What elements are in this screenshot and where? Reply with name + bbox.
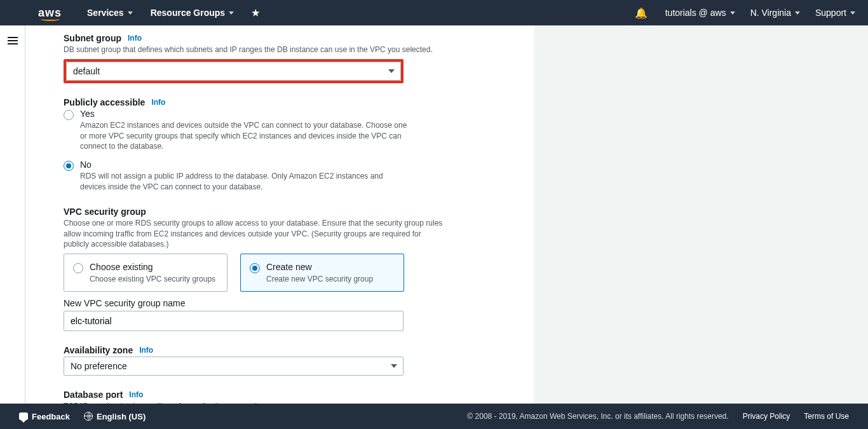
public-access-yes[interactable]: Yes Amazon EC2 instances and devices out… — [64, 109, 502, 152]
vpc-sg-existing-desc: Choose existing VPC security groups — [90, 275, 218, 283]
speech-bubble-icon — [19, 412, 28, 420]
subnet-group-value: default — [73, 66, 100, 76]
terms-of-use-link[interactable]: Terms of Use — [804, 412, 849, 421]
main-form-panel: Subnet group Info DB subnet group that d… — [25, 25, 534, 404]
field-subnet-group: Subnet group Info DB subnet group that d… — [64, 33, 502, 83]
public-access-label: Publicly accessible — [64, 97, 145, 107]
vpc-sg-new-name-input[interactable] — [64, 311, 403, 331]
vpc-sg-create-desc: Create new VPC security group — [266, 275, 395, 283]
copyright-text: © 2008 - 2019, Amazon Web Services, Inc.… — [467, 412, 728, 421]
vpc-sg-new-name-label: New VPC security group name — [64, 298, 185, 308]
port-info-link[interactable]: Info — [129, 390, 143, 399]
public-access-no-desc: RDS will not assign a public IP address … — [80, 171, 410, 193]
field-database-port: Database port Info TCP/IP port the datab… — [64, 390, 502, 404]
public-access-yes-label: Yes — [80, 109, 95, 119]
chevron-down-icon — [128, 11, 133, 15]
nav-support-label: Support — [815, 8, 846, 18]
radio-icon — [73, 263, 83, 273]
public-access-yes-desc: Amazon EC2 instances and devices outside… — [80, 120, 410, 152]
aws-swoosh-icon — [41, 17, 60, 21]
language-selector[interactable]: English (US) — [84, 412, 146, 421]
chevron-down-icon — [391, 364, 397, 368]
globe-icon — [84, 412, 93, 421]
feedback-label: Feedback — [32, 412, 70, 421]
nav-account[interactable]: tutorials @ aws — [665, 8, 735, 18]
radio-icon — [250, 263, 260, 273]
language-label: English (US) — [97, 412, 146, 421]
field-availability-zone: Availability zone Info No preference — [64, 345, 502, 376]
sidebar-collapsed — [0, 25, 25, 404]
nav-resource-groups-label: Resource Groups — [151, 8, 225, 18]
sidebar-toggle-icon[interactable] — [8, 37, 18, 44]
pin-icon[interactable]: ★ — [252, 8, 260, 18]
nav-region[interactable]: N. Virginia — [750, 8, 800, 18]
top-navbar: aws Services Resource Groups ★ 🔔 tutoria… — [0, 0, 868, 25]
az-info-link[interactable]: Info — [139, 346, 153, 355]
subnet-group-info-link[interactable]: Info — [128, 34, 142, 43]
public-access-no-label: No — [80, 160, 92, 170]
az-label: Availability zone — [64, 345, 133, 355]
public-access-info-link[interactable]: Info — [151, 98, 165, 107]
chevron-down-icon — [795, 11, 800, 15]
subnet-group-help: DB subnet group that defines which subne… — [64, 44, 445, 55]
privacy-policy-link[interactable]: Privacy Policy — [743, 412, 790, 421]
chevron-down-icon — [730, 11, 735, 15]
field-vpc-security-group: VPC security group Choose one or more RD… — [64, 207, 502, 331]
port-label: Database port — [64, 390, 123, 400]
vpc-sg-choose-existing-tile[interactable]: Choose existing Choose existing VPC secu… — [64, 254, 227, 292]
nav-account-label: tutorials @ aws — [665, 8, 726, 18]
nav-resource-groups[interactable]: Resource Groups — [151, 8, 234, 18]
nav-support[interactable]: Support — [815, 8, 855, 18]
footer-bar: Feedback English (US) © 2008 - 2019, Ama… — [0, 404, 868, 429]
subnet-group-label: Subnet group — [64, 33, 121, 43]
nav-services-label: Services — [87, 8, 124, 18]
az-select[interactable]: No preference — [64, 357, 403, 376]
feedback-link[interactable]: Feedback — [19, 412, 70, 421]
public-access-no[interactable]: No RDS will not assign a public IP addre… — [64, 160, 502, 193]
nav-services[interactable]: Services — [87, 8, 133, 18]
radio-icon — [64, 110, 74, 120]
radio-icon — [64, 161, 74, 171]
vpc-sg-help: Choose one or more RDS security groups t… — [64, 218, 445, 250]
aws-logo[interactable]: aws — [38, 6, 62, 20]
subnet-group-select[interactable]: default — [66, 62, 401, 81]
az-value: No preference — [71, 361, 127, 371]
vpc-sg-create-label: Create new — [266, 262, 312, 272]
chevron-down-icon — [388, 69, 395, 73]
notifications-icon[interactable]: 🔔 — [635, 7, 648, 19]
subnet-group-select-highlight: default — [64, 59, 403, 83]
nav-region-label: N. Virginia — [750, 8, 791, 18]
vpc-sg-label: VPC security group — [64, 207, 146, 217]
vpc-sg-existing-label: Choose existing — [90, 262, 153, 272]
chevron-down-icon — [229, 11, 234, 15]
vpc-sg-create-new-tile[interactable]: Create new Create new VPC security group — [240, 254, 404, 292]
chevron-down-icon — [850, 11, 855, 15]
field-public-access: Publicly accessible Info Yes Amazon EC2 … — [64, 97, 502, 193]
